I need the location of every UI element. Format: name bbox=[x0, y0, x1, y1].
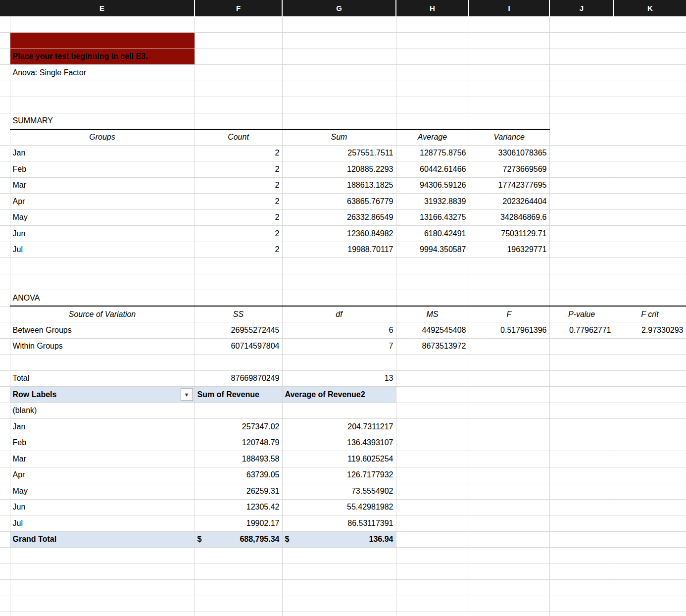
pivot-average-cell[interactable]: 55.42981982 bbox=[282, 499, 396, 515]
anova-header-f[interactable]: F bbox=[469, 306, 549, 322]
variance-cell[interactable]: 75031129.71 bbox=[469, 226, 549, 242]
pivot-sum-cell[interactable]: 12305.42 bbox=[195, 499, 282, 515]
pivot-sum-cell[interactable]: 19902.17 bbox=[195, 515, 282, 532]
cell[interactable] bbox=[282, 596, 396, 612]
anova-single-factor-label[interactable]: Anova: Single Factor bbox=[10, 65, 195, 81]
gutter-cell[interactable] bbox=[0, 97, 10, 113]
cell[interactable] bbox=[614, 548, 686, 564]
gutter-cell[interactable] bbox=[0, 515, 10, 532]
cell[interactable] bbox=[396, 612, 469, 616]
cell[interactable] bbox=[549, 161, 614, 178]
cell[interactable] bbox=[549, 65, 614, 81]
cell[interactable] bbox=[614, 145, 686, 161]
cell[interactable] bbox=[282, 274, 396, 290]
cell[interactable] bbox=[549, 548, 614, 564]
sum-cell[interactable]: 26332.86549 bbox=[282, 209, 396, 226]
gutter-cell[interactable] bbox=[0, 145, 10, 161]
column-header-f[interactable]: F bbox=[195, 0, 282, 16]
cell[interactable] bbox=[469, 65, 549, 81]
gutter-cell[interactable] bbox=[0, 226, 10, 242]
pivot-sum-cell[interactable]: 188493.58 bbox=[195, 451, 282, 467]
cell[interactable] bbox=[282, 580, 396, 596]
pivot-average-cell[interactable] bbox=[282, 403, 396, 419]
cell[interactable] bbox=[396, 596, 469, 612]
variance-cell[interactable]: 33061078365 bbox=[469, 145, 549, 161]
pivot-average-cell[interactable]: 204.7311217 bbox=[282, 419, 396, 435]
cell[interactable] bbox=[396, 515, 469, 532]
anova-header-ss[interactable]: SS bbox=[195, 306, 282, 322]
average-cell[interactable]: 6180.42491 bbox=[396, 226, 469, 242]
pivot-sum-cell[interactable]: 26259.31 bbox=[195, 483, 282, 500]
cell[interactable] bbox=[614, 290, 686, 307]
cell[interactable] bbox=[614, 33, 686, 49]
cell[interactable] bbox=[396, 467, 469, 483]
ss-cell[interactable]: 26955272445 bbox=[195, 322, 282, 339]
column-header-j[interactable]: J bbox=[549, 0, 614, 16]
cell[interactable] bbox=[195, 612, 282, 616]
cell[interactable] bbox=[549, 531, 614, 548]
pivot-average-cell[interactable]: 136.4393107 bbox=[282, 435, 396, 451]
group-label-cell[interactable]: Jul bbox=[10, 242, 195, 258]
gutter-cell[interactable] bbox=[0, 467, 10, 483]
cell[interactable] bbox=[469, 612, 549, 616]
sum-cell[interactable]: 19988.70117 bbox=[282, 242, 396, 258]
cell[interactable] bbox=[549, 435, 614, 451]
variance-cell[interactable]: 7273669569 bbox=[469, 161, 549, 178]
gutter-cell[interactable] bbox=[0, 370, 10, 387]
gutter-cell[interactable] bbox=[0, 258, 10, 274]
cell[interactable] bbox=[614, 531, 686, 548]
cell[interactable] bbox=[614, 387, 686, 403]
gutter-cell[interactable] bbox=[0, 113, 10, 129]
cell[interactable] bbox=[469, 113, 549, 129]
cell[interactable] bbox=[614, 258, 686, 274]
cell[interactable] bbox=[282, 49, 396, 65]
summary-header-count[interactable]: Count bbox=[195, 129, 282, 146]
summary-title[interactable]: SUMMARY bbox=[10, 113, 195, 129]
group-label-cell[interactable]: Jun bbox=[10, 226, 195, 242]
summary-header-groups[interactable]: Groups bbox=[10, 129, 195, 146]
variance-cell[interactable]: 196329771 bbox=[469, 242, 549, 258]
banner-cell[interactable]: Place your test beginning in cell E3. bbox=[10, 49, 195, 65]
cell[interactable] bbox=[195, 258, 282, 274]
cell[interactable] bbox=[396, 387, 469, 403]
ss-cell[interactable]: 60714597804 bbox=[195, 338, 282, 355]
source-cell[interactable]: Between Groups bbox=[10, 322, 195, 339]
cell[interactable] bbox=[469, 531, 549, 548]
anova-header-fcrit[interactable]: F crit bbox=[614, 306, 686, 322]
cell[interactable] bbox=[549, 499, 614, 515]
cell[interactable] bbox=[396, 419, 469, 435]
cell[interactable] bbox=[614, 49, 686, 65]
cell[interactable] bbox=[614, 65, 686, 81]
sum-cell[interactable]: 63865.76779 bbox=[282, 194, 396, 210]
cell[interactable] bbox=[469, 16, 549, 33]
cell[interactable] bbox=[549, 129, 614, 146]
cell[interactable] bbox=[396, 97, 469, 113]
cell[interactable] bbox=[549, 242, 614, 258]
anova-header-pvalue[interactable]: P-value bbox=[549, 306, 614, 322]
gutter-cell[interactable] bbox=[0, 290, 10, 307]
cell[interactable] bbox=[614, 403, 686, 419]
pivot-average-cell[interactable]: 119.6025254 bbox=[282, 451, 396, 467]
cell[interactable] bbox=[396, 274, 469, 290]
cell[interactable] bbox=[614, 242, 686, 258]
average-cell[interactable]: 60442.61466 bbox=[396, 161, 469, 178]
cell[interactable] bbox=[614, 177, 686, 194]
cell[interactable] bbox=[195, 355, 282, 371]
cell[interactable] bbox=[195, 580, 282, 596]
cell[interactable] bbox=[614, 483, 686, 500]
total-label-cell[interactable]: Total bbox=[10, 370, 195, 387]
cell[interactable] bbox=[549, 596, 614, 612]
cell[interactable] bbox=[396, 355, 469, 371]
source-cell[interactable]: Within Groups bbox=[10, 338, 195, 355]
ms-cell[interactable]: 8673513972 bbox=[396, 338, 469, 355]
cell[interactable] bbox=[549, 338, 614, 355]
group-label-cell[interactable]: Apr bbox=[10, 194, 195, 210]
cell[interactable] bbox=[195, 596, 282, 612]
cell[interactable] bbox=[10, 16, 195, 33]
gutter-cell[interactable] bbox=[0, 194, 10, 210]
gutter-cell[interactable] bbox=[0, 209, 10, 226]
anova-title[interactable]: ANOVA bbox=[10, 290, 195, 307]
pivot-label-cell[interactable]: Mar bbox=[10, 451, 195, 467]
gutter-cell[interactable] bbox=[0, 419, 10, 435]
cell[interactable] bbox=[10, 97, 195, 113]
